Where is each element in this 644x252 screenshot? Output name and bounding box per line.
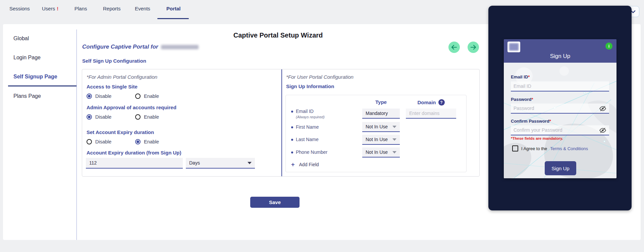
wizard-next-button[interactable] <box>468 42 479 53</box>
radio-enable[interactable]: Enable <box>135 139 159 144</box>
save-button[interactable]: Save <box>250 197 300 208</box>
arrow-right-icon <box>470 45 476 50</box>
signup-information-table: Type Domain ? Email ID (Always required)… <box>285 95 467 172</box>
portal-preview-panel: i Sign Up <box>488 6 632 210</box>
preview-confirm-password-label: Confirm Password* <box>511 119 551 124</box>
email-domain-input[interactable] <box>409 111 453 116</box>
preview-email-input[interactable] <box>514 83 606 89</box>
info-icon[interactable]: i <box>605 43 612 50</box>
tab-users[interactable]: Users! <box>42 6 58 11</box>
bullet-icon <box>291 151 293 153</box>
terms-agreement-row: I Agree to the Terms & Conditions <box>512 145 588 151</box>
users-alert-icon: ! <box>57 6 58 11</box>
email-type-value: Mandatory <box>362 109 400 119</box>
preview-password-field <box>511 104 609 114</box>
agree-checkbox[interactable] <box>512 145 518 151</box>
sidebar-item-global[interactable]: Global <box>13 36 29 42</box>
tab-portal[interactable]: Portal <box>166 6 181 11</box>
account-expiry-radios: Disable Enable <box>87 139 159 145</box>
chevron-down-icon <box>392 138 396 141</box>
preview-body: Email ID* Password* Confirm Password* *T… <box>504 63 616 178</box>
signup-information-heading: Sign Up Information <box>286 83 334 89</box>
bullet-icon <box>291 126 293 128</box>
wizard-previous-button[interactable] <box>448 42 460 53</box>
active-tab-underline <box>157 18 189 19</box>
preview-title: Sign Up <box>504 53 616 60</box>
configuration-box: *For Admin Portal Configuration Access t… <box>82 69 480 177</box>
chevron-down-icon <box>248 162 252 164</box>
bullet-icon <box>291 139 293 141</box>
sidebar-item-plans-page[interactable]: Plans Page <box>13 93 41 99</box>
expiry-duration-label: Account Expiry duration (from Sign Up) <box>87 150 181 155</box>
self-signup-config-heading: Self Sign Up Configuration <box>82 58 146 64</box>
first-name-type-dropdown[interactable]: Not In Use <box>362 122 400 132</box>
radio-disable[interactable]: Disable <box>87 114 135 120</box>
terms-and-conditions-link[interactable]: Terms & Conditions <box>550 146 588 151</box>
sidebar-active-underline <box>8 85 76 86</box>
field-label-email-id: Email ID <box>296 109 314 114</box>
eye-slash-icon[interactable] <box>599 128 606 133</box>
redacted-site-name <box>161 45 199 49</box>
radio-selected-icon <box>87 114 92 120</box>
admin-approval-radios: Disable Enable <box>87 114 159 120</box>
column-header-domain: Domain ? <box>406 99 456 106</box>
radio-selected-icon <box>87 93 92 99</box>
chevron-down-icon <box>392 151 396 153</box>
tab-events[interactable]: Events <box>135 6 150 11</box>
phone-number-type-dropdown[interactable]: Not In Use <box>362 147 400 158</box>
arrow-left-icon <box>451 45 457 50</box>
radio-unselected-icon <box>135 114 141 120</box>
preview-email-label: Email ID* <box>511 74 530 79</box>
radio-enable[interactable]: Enable <box>135 93 159 99</box>
captive-portal-page: Sessions Users! Plans Reports Events Por… <box>0 0 644 252</box>
access-single-site-radios: Disable Enable <box>87 93 159 99</box>
radio-unselected-icon <box>135 93 141 99</box>
account-expiry-toggle-label: Set Account Expiry duration <box>87 129 154 135</box>
mandatory-fields-note: *These fields are mandatory. <box>511 136 563 140</box>
user-config-heading: *For User Portal Configuration <box>286 74 354 80</box>
column-divider <box>281 69 282 176</box>
field-label-phone-number: Phone Number <box>296 149 327 155</box>
preview-confirm-password-input[interactable] <box>514 127 606 133</box>
redacted-logo <box>509 43 519 51</box>
eye-slash-icon[interactable] <box>599 106 606 111</box>
page-title: Captive Portal Setup Wizard <box>76 32 480 39</box>
preview-signup-button[interactable]: Sign Up <box>545 161 576 175</box>
preview-password-input[interactable] <box>514 106 606 111</box>
expiry-unit-dropdown[interactable]: Days <box>186 158 255 169</box>
preview-confirm-password-field <box>511 125 609 135</box>
sidebar-divider <box>76 29 77 240</box>
radio-enable[interactable]: Enable <box>135 114 159 120</box>
preview-email-field <box>511 81 609 91</box>
radio-disable[interactable]: Disable <box>87 93 135 99</box>
sidebar-item-login-page[interactable]: Login Page <box>13 55 41 61</box>
expiry-duration-input[interactable] <box>89 160 179 166</box>
chevron-down-icon <box>392 126 396 128</box>
preview-header: i Sign Up <box>504 39 616 63</box>
tab-reports[interactable]: Reports <box>103 6 121 11</box>
add-field-button[interactable]: + Add Field <box>291 162 319 168</box>
brand-logo <box>507 42 520 52</box>
tab-sessions[interactable]: Sessions <box>9 6 30 11</box>
email-domain-field <box>406 109 456 119</box>
last-name-type-dropdown[interactable]: Not In Use <box>362 135 400 145</box>
admin-config-heading: *For Admin Portal Configuration <box>87 74 157 80</box>
radio-disable[interactable]: Disable <box>87 139 135 144</box>
plus-icon: + <box>291 162 295 168</box>
field-note-always-required: (Always required) <box>296 115 325 119</box>
domain-help-icon[interactable]: ? <box>438 99 445 106</box>
signup-preview-card: i Sign Up <box>504 39 616 178</box>
access-single-site-label: Access to Single Site <box>87 84 138 89</box>
expiry-duration-field <box>86 158 183 169</box>
field-label-last-name: Last Name <box>296 137 319 142</box>
tab-plans[interactable]: Plans <box>74 6 87 11</box>
preview-password-label: Password* <box>511 97 533 102</box>
configure-for-line: Configure Captive Portal for <box>82 44 199 50</box>
admin-approval-label: Admin Approval of accounts required <box>87 105 176 110</box>
bullet-icon <box>291 111 293 113</box>
sidebar-item-self-signup-page[interactable]: Self Signup Page <box>13 74 57 80</box>
field-label-first-name: First Name <box>296 124 319 130</box>
radio-unselected-icon <box>87 139 92 144</box>
column-header-type: Type <box>362 99 400 105</box>
radio-selected-icon <box>135 139 141 144</box>
